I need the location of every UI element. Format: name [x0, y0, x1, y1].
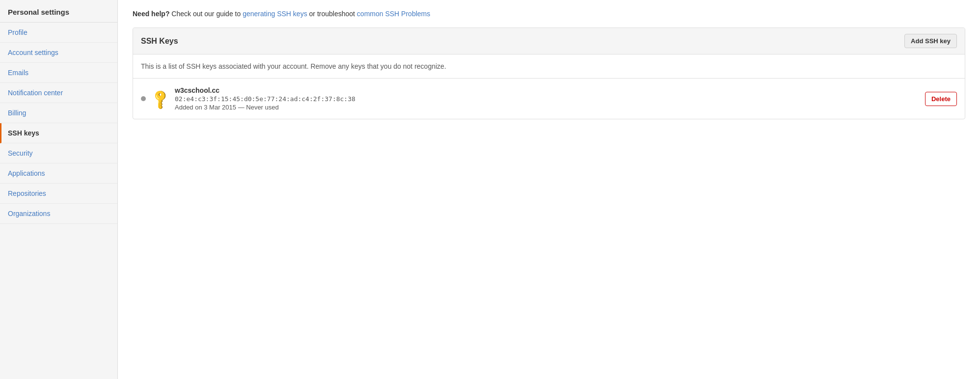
- common-ssh-problems-link[interactable]: common SSH Problems: [357, 10, 430, 18]
- help-text: Check out our guide to: [171, 10, 243, 18]
- sidebar-item-organizations[interactable]: Organizations: [0, 204, 117, 224]
- ssh-keys-description: This is a list of SSH keys associated wi…: [133, 54, 965, 79]
- sidebar-item-account-settings[interactable]: Account settings: [0, 43, 117, 63]
- ssh-keys-panel-title: SSH Keys: [141, 37, 178, 46]
- help-prefix: Need help?: [133, 10, 169, 18]
- add-ssh-key-button[interactable]: Add SSH key: [904, 34, 957, 48]
- sidebar: Personal settings Profile Account settin…: [0, 0, 118, 379]
- sidebar-item-security[interactable]: Security: [0, 143, 117, 163]
- key-name: w3cschool.cc: [175, 86, 919, 94]
- ssh-keys-header: SSH Keys Add SSH key: [133, 28, 965, 54]
- sidebar-item-emails[interactable]: Emails: [0, 63, 117, 83]
- ssh-keys-panel: SSH Keys Add SSH key This is a list of S…: [133, 27, 965, 119]
- ssh-key-entry: 🔑 w3cschool.cc 02:e4:c3:3f:15:45:d0:5e:7…: [133, 79, 965, 119]
- key-fingerprint: 02:e4:c3:3f:15:45:d0:5e:77:24:ad:c4:2f:3…: [175, 95, 919, 103]
- help-middle-text: or troubleshoot: [309, 10, 357, 18]
- sidebar-item-notification-center[interactable]: Notification center: [0, 83, 117, 103]
- key-info: w3cschool.cc 02:e4:c3:3f:15:45:d0:5e:77:…: [175, 86, 919, 111]
- help-bar: Need help? Check out our guide to genera…: [133, 10, 965, 18]
- sidebar-item-ssh-keys[interactable]: SSH keys: [0, 123, 117, 143]
- key-icon: 🔑: [148, 87, 172, 110]
- key-date: Added on 3 Mar 2015 — Never used: [175, 104, 919, 111]
- generating-ssh-keys-link[interactable]: generating SSH keys: [243, 10, 307, 18]
- sidebar-item-profile[interactable]: Profile: [0, 23, 117, 43]
- delete-key-button[interactable]: Delete: [925, 92, 957, 106]
- sidebar-item-billing[interactable]: Billing: [0, 103, 117, 123]
- sidebar-title: Personal settings: [0, 0, 117, 23]
- sidebar-item-repositories[interactable]: Repositories: [0, 184, 117, 204]
- main-content: Need help? Check out our guide to genera…: [118, 0, 980, 379]
- sidebar-item-applications[interactable]: Applications: [0, 163, 117, 184]
- key-status-dot: [141, 96, 146, 101]
